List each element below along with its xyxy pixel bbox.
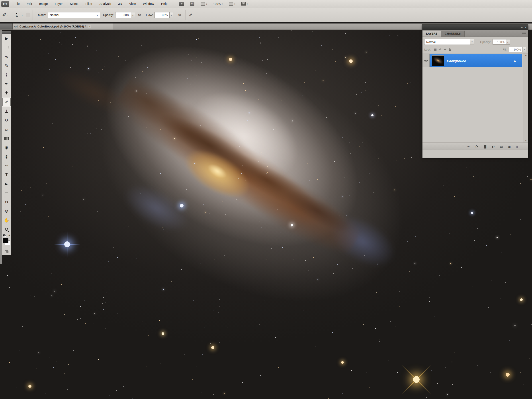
spot-healing-brush-tool[interactable]: ✚: [2, 89, 11, 98]
toolbar-grip[interactable]: [2, 31, 11, 34]
tab-channels[interactable]: CHANNELS: [441, 31, 465, 37]
quick-mask-button[interactable]: [2, 248, 11, 255]
eyedropper-tool[interactable]: ✒: [2, 79, 11, 89]
rectangular-marquee-tool[interactable]: [2, 43, 11, 52]
layers-panel: »» ▪ LAYERS CHANNELS Normal ▾ Opacity: 1…: [422, 24, 528, 158]
arrange-documents-button[interactable]: ▾: [227, 1, 237, 7]
titlebar-left-block: [0, 24, 13, 30]
close-panel-icon[interactable]: ▪: [525, 26, 526, 29]
layer-thumbnail[interactable]: [432, 55, 444, 66]
mini-bridge-icon: Mb: [190, 2, 194, 6]
scroll-down-icon[interactable]: ▼: [524, 139, 528, 143]
close-document-button[interactable]: ×: [88, 25, 91, 28]
adjustment-layer-icon[interactable]: ◐: [492, 145, 494, 148]
layer-style-icon[interactable]: fx: [475, 145, 478, 148]
menu-select[interactable]: Select: [66, 0, 82, 8]
chevron-down-icon: ▾: [7, 14, 8, 16]
dodge-tool[interactable]: ◎: [2, 152, 11, 161]
panel-menu-icon[interactable]: [522, 32, 526, 34]
lasso-tool[interactable]: ∿: [2, 52, 11, 61]
eraser-tool[interactable]: ▱: [2, 125, 11, 134]
menu-filter[interactable]: Filter: [82, 0, 96, 8]
document-icon: ps: [14, 25, 18, 28]
menu-file[interactable]: File: [11, 0, 23, 8]
hand-tool[interactable]: ✋: [2, 216, 11, 225]
lock-image-pixels-icon[interactable]: ✐: [439, 48, 442, 51]
view-extras-button[interactable]: ▾: [199, 1, 209, 7]
swap-colors-icon[interactable]: ⇄: [8, 234, 10, 236]
layer-opacity-input[interactable]: 100%: [493, 39, 506, 44]
scroll-up-icon[interactable]: ▲: [524, 53, 528, 57]
menu-bar: Ps FileEditImageLayerSelectFilterAnalysi…: [0, 0, 532, 8]
collapse-panel-icon[interactable]: »»: [520, 26, 523, 29]
mini-bridge-button[interactable]: Mb: [188, 1, 196, 7]
layer-blend-mode-select[interactable]: Normal: [424, 39, 470, 45]
tablet-pressure-size-icon[interactable]: ✐: [189, 13, 192, 17]
new-group-icon[interactable]: ▤: [500, 145, 503, 148]
document-tab[interactable]: ps CentaurusA_ColorBoost.psd @ 100% (RGB…: [13, 24, 113, 30]
move-tool[interactable]: ▶: [2, 34, 11, 43]
link-layers-icon[interactable]: ∞: [467, 145, 470, 148]
opacity-input[interactable]: 30%: [115, 12, 131, 18]
layer-fill-slider-button[interactable]: ▸: [523, 47, 526, 52]
delete-layer-icon[interactable]: ▯: [516, 145, 518, 148]
lock-position-icon[interactable]: ✛: [444, 48, 446, 51]
lock-label: Lock:: [424, 48, 431, 51]
default-colors-bg-icon: [4, 235, 6, 237]
blur-tool[interactable]: ◉: [2, 143, 11, 152]
rectangular-marquee-tool-icon: [5, 46, 8, 49]
flow-input[interactable]: 32%: [154, 12, 170, 18]
lock-transparent-pixels-icon[interactable]: ▦: [434, 48, 437, 51]
zoom-level-select[interactable]: 100% ▾: [211, 1, 225, 7]
opacity-slider-button[interactable]: ▸: [131, 12, 135, 18]
gradient-tool[interactable]: [2, 134, 11, 143]
add-layer-mask-icon[interactable]: ◙: [484, 145, 487, 148]
new-layer-icon[interactable]: ⊞: [508, 145, 511, 148]
layer-opacity-slider-button[interactable]: ▸: [506, 39, 510, 44]
menu-view[interactable]: View: [126, 0, 139, 8]
toggle-brush-panel-icon[interactable]: [26, 13, 30, 17]
orbit-3d-tool[interactable]: ⊚: [2, 207, 11, 216]
type-tool[interactable]: T: [2, 170, 11, 179]
launch-bridge-button[interactable]: Br: [177, 1, 186, 7]
tool-preset-picker[interactable]: ✐ ▾: [0, 12, 8, 18]
shape-tool[interactable]: ▭: [2, 188, 11, 197]
tablet-pressure-opacity-icon[interactable]: ✑: [138, 13, 141, 17]
flow-slider-button[interactable]: ▸: [170, 12, 173, 18]
rotate-3d-tool-icon: ↻: [5, 200, 8, 204]
lock-all-icon[interactable]: [449, 50, 451, 51]
panel-titlebar[interactable]: »» ▪: [423, 25, 528, 30]
layer-row[interactable]: Background: [423, 54, 522, 67]
rotate-3d-tool[interactable]: ↻: [2, 197, 11, 207]
zoom-tool[interactable]: [2, 225, 11, 234]
quick-selection-tool[interactable]: ✎: [2, 61, 11, 70]
clone-stamp-tool[interactable]: ⊥: [2, 107, 11, 116]
fill-label: Fill:: [503, 48, 507, 51]
layer-fill-input[interactable]: 100%: [509, 47, 523, 52]
crop-tool[interactable]: ⊹: [2, 70, 11, 79]
path-selection-tool[interactable]: ►: [2, 179, 11, 188]
panel-bottom-bar: ∞fx◙◐▤⊞▯: [423, 143, 528, 150]
menu-edit[interactable]: Edit: [23, 0, 36, 8]
menu-analysis[interactable]: Analysis: [96, 0, 115, 8]
airbrush-toggle-icon[interactable]: ✑: [178, 13, 182, 17]
screen-mode-button[interactable]: ▾: [239, 1, 250, 7]
menu-image[interactable]: Image: [36, 0, 51, 8]
menu-layer[interactable]: Layer: [51, 0, 66, 8]
menu-help[interactable]: Help: [158, 0, 171, 8]
blend-mode-dropdown-button[interactable]: ▾: [470, 39, 474, 45]
history-brush-tool[interactable]: ↺: [2, 116, 11, 125]
bridge-icon: Br: [179, 2, 184, 6]
blend-mode-select[interactable]: Normal ▾: [48, 12, 100, 18]
separator: [32, 10, 33, 20]
brush-tool[interactable]: ✐: [2, 98, 11, 107]
layer-visibility-toggle[interactable]: [423, 54, 430, 67]
layer-name[interactable]: Background: [447, 59, 514, 63]
menu-3d[interactable]: 3D: [115, 0, 126, 8]
foreground-color-swatch[interactable]: [3, 238, 8, 243]
brush-preset-picker[interactable]: 10: [13, 13, 21, 17]
menu-window[interactable]: Window: [139, 0, 158, 8]
tab-layers[interactable]: LAYERS: [423, 31, 441, 37]
scrollbar[interactable]: ▲ ▼: [524, 53, 528, 143]
pen-tool[interactable]: ✏: [2, 161, 11, 170]
